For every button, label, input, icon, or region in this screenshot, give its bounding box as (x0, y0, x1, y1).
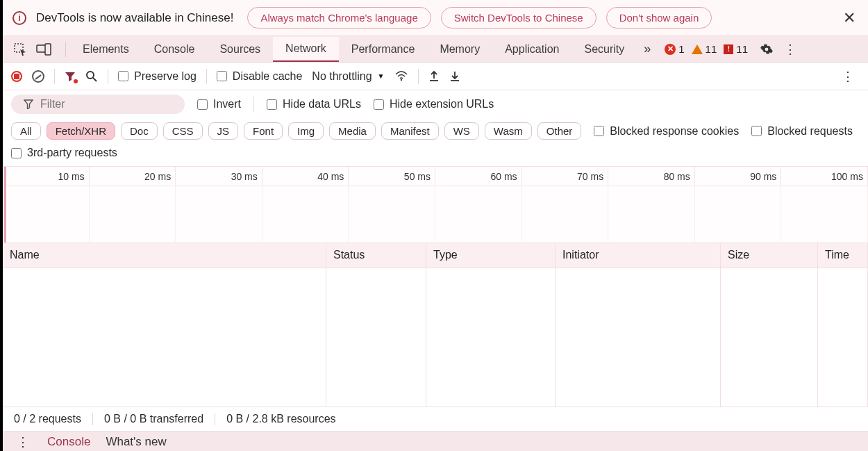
filter-row: Invert Hide data URLs Hide extension URL… (3, 90, 868, 118)
more-tabs-icon[interactable]: » (637, 42, 658, 56)
status-requests: 0 / 2 requests (14, 413, 81, 425)
chip-other[interactable]: Other (537, 122, 582, 140)
timeline-tick: 100 ms (831, 171, 863, 182)
chip-font[interactable]: Font (244, 122, 283, 140)
svg-point-5 (400, 79, 401, 80)
resource-type-filters: All Fetch/XHR Doc CSS JS Font Img Media … (3, 118, 868, 144)
close-icon[interactable]: ✕ (840, 9, 858, 27)
inspect-element-icon[interactable] (12, 42, 28, 57)
funnel-outline-icon (24, 99, 33, 109)
hide-extension-urls-checkbox[interactable]: Hide extension URLs (374, 98, 494, 110)
tab-performance[interactable]: Performance (339, 38, 428, 61)
dont-show-again-button[interactable]: Don't show again (606, 7, 712, 28)
timeline-tick: 40 ms (317, 171, 344, 182)
match-language-button[interactable]: Always match Chrome's language (247, 7, 431, 28)
col-header-name[interactable]: Name (3, 243, 326, 268)
info-message: DevTools is now available in Chinese! (36, 11, 233, 25)
chip-ws[interactable]: WS (444, 122, 479, 140)
blocked-response-cookies-checkbox[interactable]: Blocked response cookies (594, 125, 739, 138)
device-toolbar-icon[interactable] (36, 42, 51, 57)
toolbar-kebab-icon[interactable]: ⋮ (836, 69, 860, 84)
main-tabs: Elements Console Sources Network Perform… (3, 36, 868, 63)
timeline-tick: 70 ms (577, 171, 603, 182)
timeline-tick: 80 ms (664, 171, 690, 182)
issues-count: 11 (736, 43, 748, 55)
import-har-icon[interactable] (428, 70, 440, 83)
error-icon: ✕ (665, 44, 676, 55)
col-header-time[interactable]: Time (818, 243, 868, 268)
export-har-icon[interactable] (449, 70, 460, 83)
kebab-menu-icon[interactable]: ⋮ (778, 42, 802, 57)
drawer-tab-console[interactable]: Console (47, 435, 90, 449)
timeline-tick: 30 ms (231, 171, 258, 182)
status-transferred: 0 B / 0 B transferred (104, 413, 203, 425)
svg-rect-2 (45, 44, 51, 55)
chip-js[interactable]: JS (208, 122, 239, 140)
warning-icon (692, 44, 703, 54)
chip-css[interactable]: CSS (163, 122, 203, 140)
timeline-tick: 90 ms (750, 171, 776, 182)
tab-console[interactable]: Console (142, 38, 208, 61)
network-toolbar: Preserve log Disable cache No throttling… (3, 63, 868, 90)
drawer-tabs: ⋮ Console What's new (3, 432, 868, 451)
col-header-size[interactable]: Size (721, 243, 818, 268)
errors-count: 1 (678, 43, 684, 55)
filter-icon[interactable] (65, 71, 76, 82)
chip-fetch-xhr[interactable]: Fetch/XHR (47, 122, 115, 140)
info-icon: i (12, 11, 26, 25)
preserve-log-checkbox[interactable]: Preserve log (118, 70, 197, 83)
chip-all[interactable]: All (11, 122, 41, 140)
svg-point-3 (87, 72, 94, 79)
status-bar: 0 / 2 requests 0 B / 0 B transferred 0 B… (3, 407, 868, 432)
record-button[interactable] (11, 71, 22, 82)
issues-badge[interactable]: ! 11 (724, 43, 748, 55)
col-header-type[interactable]: Type (426, 243, 556, 268)
third-party-requests-checkbox[interactable]: 3rd-party requests (11, 147, 117, 159)
chip-img[interactable]: Img (288, 122, 324, 140)
tab-network[interactable]: Network (273, 37, 339, 62)
clear-button[interactable] (32, 70, 44, 83)
chip-doc[interactable]: Doc (121, 122, 158, 140)
svg-line-4 (93, 78, 97, 81)
timeline-tick: 60 ms (490, 171, 517, 182)
filter-input[interactable] (40, 98, 172, 110)
chip-media[interactable]: Media (329, 122, 376, 140)
errors-badge[interactable]: ✕ 1 (665, 43, 684, 55)
invert-checkbox[interactable]: Invert (197, 98, 241, 110)
gear-icon[interactable] (755, 43, 778, 56)
drawer-tab-whatsnew[interactable]: What's new (106, 435, 166, 449)
issue-icon: ! (724, 44, 733, 54)
filter-input-wrapper[interactable] (11, 95, 185, 114)
status-resources: 0 B / 2.8 kB resources (226, 413, 335, 425)
search-icon[interactable] (85, 70, 98, 83)
timeline-overview[interactable]: 10 ms20 ms30 ms40 ms50 ms60 ms70 ms80 ms… (3, 167, 868, 243)
throttling-dropdown[interactable]: No throttling▼ (312, 70, 384, 83)
requests-table-header: Name Status Type Initiator Size Time (3, 243, 868, 268)
chip-wasm[interactable]: Wasm (485, 122, 532, 140)
timeline-tick: 50 ms (404, 171, 431, 182)
col-header-initiator[interactable]: Initiator (556, 243, 721, 268)
tab-security[interactable]: Security (571, 38, 637, 61)
tab-application[interactable]: Application (492, 38, 571, 61)
tab-memory[interactable]: Memory (427, 38, 492, 61)
network-conditions-icon[interactable] (394, 71, 408, 82)
col-header-status[interactable]: Status (326, 243, 426, 268)
hide-data-urls-checkbox[interactable]: Hide data URLs (267, 98, 361, 110)
warnings-count: 11 (706, 43, 717, 55)
switch-devtools-language-button[interactable]: Switch DevTools to Chinese (441, 7, 596, 28)
requests-table-body (3, 268, 868, 407)
blocked-requests-checkbox[interactable]: Blocked requests (751, 125, 853, 138)
timeline-tick: 10 ms (58, 171, 84, 182)
tab-elements[interactable]: Elements (70, 38, 142, 61)
chip-manifest[interactable]: Manifest (381, 122, 439, 140)
info-bar: i DevTools is now available in Chinese! … (3, 0, 868, 36)
tab-sources[interactable]: Sources (207, 38, 273, 61)
disable-cache-checkbox[interactable]: Disable cache (217, 70, 303, 83)
warnings-badge[interactable]: 11 (692, 43, 717, 55)
drawer-kebab-icon[interactable]: ⋮ (14, 434, 32, 450)
timeline-tick: 20 ms (144, 171, 171, 182)
